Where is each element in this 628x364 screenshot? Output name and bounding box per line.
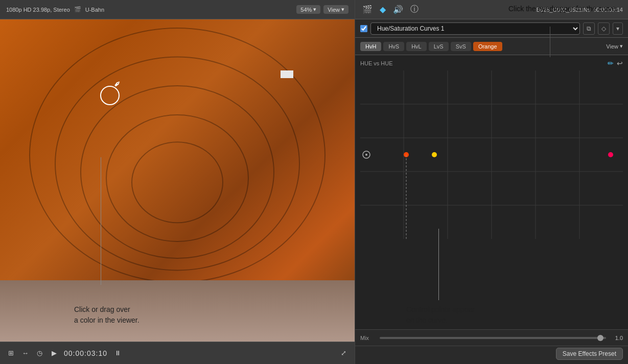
curve-tab-hvs[interactable]: HvS [383, 42, 404, 51]
svg-point-14 [432, 152, 437, 157]
curve-area: HUE vs HUE ✏ ↩ [355, 55, 628, 329]
layout-toggle-button[interactable]: ⊞ [6, 348, 16, 358]
mix-slider-thumb [597, 335, 603, 341]
annotation-bottom-left-line1: Click or drag over [74, 304, 139, 315]
tab-audio[interactable]: 🔊 [391, 4, 405, 15]
annotation-top-right: Click the eyedropper for the curve. [508, 4, 618, 14]
mix-row: Mix 1.0 [355, 329, 628, 346]
curve-view-chevron: ▾ [620, 43, 623, 50]
curve-tab-lvs[interactable]: LvS [429, 42, 449, 51]
curve-tab-orange[interactable]: Orange [473, 42, 502, 51]
tab-color[interactable]: ◆ [378, 4, 388, 15]
viewer-controls-center: 54% ▾ View ▾ [296, 5, 348, 14]
zoom-button[interactable]: 54% ▾ [296, 5, 320, 14]
effect-expand-button[interactable]: ▾ [613, 22, 623, 35]
sign [281, 70, 293, 78]
transform-button[interactable]: ↔ [20, 348, 31, 358]
viewer-topbar: 1080p HD 23.98p, Stereo 🎬 U-Bahn 54% ▾ V… [0, 0, 355, 19]
zoom-label: 54% [300, 7, 312, 13]
annotation-vertical-line-curve [438, 229, 439, 300]
playback-controls: ⊞ ↔ ◷ ▶ 00:00:03:10 ⏸ ⤢ [0, 342, 355, 364]
mix-value: 1.0 [610, 335, 623, 341]
view-button[interactable]: View ▾ [323, 5, 348, 14]
playback-left: ⊞ ↔ ◷ [6, 348, 44, 358]
viewer-info: 1080p HD 23.98p, Stereo 🎬 U-Bahn [6, 6, 104, 13]
curve-tab-hvh[interactable]: HvH [360, 42, 381, 51]
annotation-line-top [550, 27, 550, 57]
curve-svg [360, 70, 623, 239]
eyedropper-circle [100, 86, 120, 105]
curve-tabs: HvH HvS HvL LvS SvS Orange View ▾ [355, 38, 628, 55]
inspector-tabs: 🎬 ◆ 🔊 ⓘ [360, 3, 421, 16]
curve-view-label: View [606, 43, 618, 50]
video-info-text: 1080p HD 23.98p, Stereo [6, 7, 70, 13]
pause-button[interactable]: ⏸ [112, 348, 123, 358]
annotation-bottom-center: Control points appear on the curve. [406, 304, 475, 326]
annotation-bottom-left: Click or drag over a color in the viewer… [74, 304, 139, 326]
play-button[interactable]: ▶ [50, 348, 59, 358]
right-panel: 🎬 ◆ 🔊 ⓘ B028_C002_0521INs 00:00:09:14 Hu… [355, 0, 628, 364]
curve-reset-button[interactable]: ↩ [617, 59, 623, 67]
floor [0, 280, 355, 342]
tunnel-visual [0, 19, 355, 342]
save-effects-preset-button[interactable]: Save Effects Preset [556, 348, 623, 360]
mix-label: Mix [360, 335, 376, 341]
curve-tab-svs[interactable]: SvS [451, 42, 471, 51]
tab-info[interactable]: ⓘ [408, 3, 421, 16]
annotation-bottom-left-line2: a color in the viewer. [74, 315, 139, 326]
view-chevron-icon: ▾ [341, 6, 344, 13]
fullscreen-button[interactable]: ⤢ [339, 348, 348, 358]
clip-icon: 🎬 [74, 6, 81, 13]
curve-title-text: HUE vs HUE [360, 60, 393, 66]
annotation-bottom-center-line2: on the curve. [406, 315, 475, 326]
zoom-chevron-icon: ▾ [313, 6, 316, 13]
svg-point-15 [608, 152, 613, 157]
video-frame: ✒ [0, 19, 355, 342]
tab-video[interactable]: 🎬 [360, 4, 375, 15]
bottom-bar: Save Effects Preset [355, 346, 628, 364]
curve-view-dropdown[interactable]: View ▾ [606, 43, 623, 50]
annotation-vertical-line-left [101, 157, 101, 285]
curve-title-actions: ✏ ↩ [608, 59, 623, 67]
curve-title-row: HUE vs HUE ✏ ↩ [360, 59, 623, 67]
mix-slider[interactable] [380, 337, 606, 339]
effect-enabled-checkbox[interactable] [360, 25, 367, 32]
effect-header: Hue/Saturation Curves 1 ⧉ ◇ ▾ [355, 19, 628, 38]
view-label: View [328, 7, 340, 13]
effect-copy-button[interactable]: ⧉ [583, 22, 595, 35]
annotation-bottom-center-line1: Control points appear [406, 304, 475, 315]
curve-tab-hvl[interactable]: HvL [406, 42, 427, 51]
project-name: U-Bahn [85, 7, 104, 13]
left-panel: 1080p HD 23.98p, Stereo 🎬 U-Bahn 54% ▾ V… [0, 0, 355, 364]
curve-canvas [360, 70, 623, 239]
viewer-area[interactable]: ✒ [0, 19, 355, 342]
curve-eyedropper-button[interactable]: ✏ [608, 59, 614, 67]
effect-keyframe-button[interactable]: ◇ [598, 22, 610, 35]
effect-name-dropdown[interactable]: Hue/Saturation Curves 1 [370, 22, 580, 35]
playback-timecode: 00:00:03:10 [64, 349, 107, 357]
playback-right: ⤢ [339, 348, 348, 358]
svg-point-11 [365, 154, 367, 156]
speed-button[interactable]: ◷ [35, 348, 44, 358]
